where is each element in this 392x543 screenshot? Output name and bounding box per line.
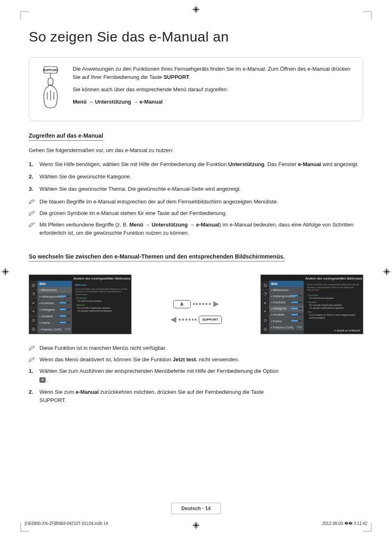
note-item: Wenn das Menü deaktiviert ist, können Si… [29, 356, 363, 364]
intro-paragraph: Die Anweisungen zu den Funktionen Ihres … [73, 65, 354, 81]
registration-mark-icon [383, 268, 390, 275]
footer-filename: [UE6900-XN-ZF]BN68-04210T-01L04.indb 14 [25, 521, 108, 526]
page-number-box: Deutsch - 14 [171, 503, 221, 514]
sidebar-icon: ⚙ [261, 316, 269, 325]
section-heading-switch: So wechseln Sie zwischen den e-Manual-Th… [29, 253, 285, 261]
step-item: 1. Wenn Sie Hilfe benötigen, wählen Sie … [29, 160, 363, 169]
sidebar-icon: ⚙ [29, 316, 37, 325]
step-item: 2. Wählen Sie die gewünschte Kategorie. [29, 173, 363, 181]
sidebar-icon: ▧ [261, 281, 269, 290]
remote-hand-icon: SUPPORT [38, 65, 63, 112]
sidebar-icon: ● [29, 298, 37, 307]
note-item: Diese Funktion ist in manchen Menüs nich… [29, 344, 363, 352]
sidebar-icon: ◔ [29, 290, 37, 299]
page-title: So zeigen Sie das e-Manual an [29, 29, 363, 45]
section-heading-access: Zugreifen auf das e-Manual [29, 132, 103, 141]
pencil-note-icon [29, 345, 35, 350]
menu-screenshot-left: Ändern des voreingestellten Bildmodus ▧ … [29, 275, 131, 334]
transition-arrows: A SUPPORT [135, 285, 257, 324]
remote-a-button-icon: A [173, 300, 191, 308]
sidebar-icon: ✦ [261, 307, 269, 317]
remote-button-label: SUPPORT [43, 68, 59, 72]
sidebar-icon: ✦ [29, 307, 37, 317]
sidebar-icon: ◔ [261, 290, 269, 299]
note-item: Die blauen Begriffe im e-Manual entsprec… [29, 198, 363, 206]
arrow-right-icon [213, 301, 219, 307]
crop-mark [21, 12, 29, 20]
pencil-note-icon [29, 199, 35, 203]
step-item: 2. Wenn Sie zum e-Manual zurückkehren mö… [29, 388, 363, 404]
sidebar-icon: ▧ [29, 281, 37, 290]
steps-list: 1. Wählen Sie zum Ausführen der entsprec… [29, 367, 363, 404]
pencil-note-icon [29, 356, 35, 361]
steps-list: 1. Wenn Sie Hilfe benötigen, wählen Sie … [29, 160, 363, 193]
footer-timestamp: 2012-08-03 �� 3:11:42 [322, 521, 367, 526]
registration-mark-icon [192, 6, 200, 13]
intro-box: SUPPORT Die Anweisungen zu den Funktione… [29, 57, 363, 121]
menu-screenshot-right: Ändern des voreingestellten Bildmodus ▧ … [261, 275, 363, 334]
sidebar-icon: ▤ [29, 325, 37, 334]
registration-mark-icon [2, 268, 9, 275]
remote-support-button-icon: SUPPORT [199, 316, 222, 324]
note-item: Die grünen Symbole im e-Manual stehen fü… [29, 209, 363, 217]
sidebar-icon: ▤ [261, 325, 269, 334]
print-footer: [UE6900-XN-ZF]BN68-04210T-01L04.indb 14 … [25, 521, 367, 526]
sidebar-icon: ● [261, 298, 269, 307]
diagram-row: Ändern des voreingestellten Bildmodus ▧ … [29, 275, 363, 334]
arrow-left-icon [171, 317, 176, 323]
pencil-note-icon [29, 210, 35, 215]
crop-mark [363, 12, 371, 20]
a-button-chip-icon: A [39, 377, 46, 383]
step-item: 3. Wählen Sie das gewünschte Thema. Die … [29, 185, 363, 193]
intro-paragraph: Sie können auch über das entsprechende M… [73, 85, 354, 94]
section-intro: Gehen Sie folgendermaßen vor, um das e-M… [29, 146, 363, 155]
step-item: 1. Wählen Sie zum Ausführen der entsprec… [29, 367, 363, 384]
intro-menu-path: Menü → Unterstützung → e-Manual [73, 98, 354, 106]
note-item: Mit Pfeilen verbundene Begriffe (z. B. M… [29, 221, 363, 237]
pencil-note-icon [29, 222, 35, 226]
